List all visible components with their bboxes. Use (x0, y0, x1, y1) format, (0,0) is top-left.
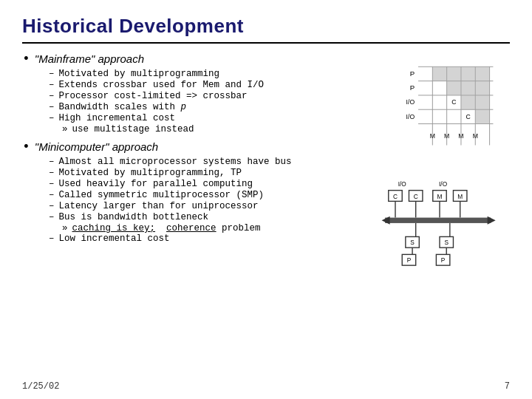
item-text: Called symmetric multiprocessor (SMP) (59, 190, 265, 200)
list-item: – Extends crossbar used for Mem and I/O (49, 80, 362, 90)
minicomputer-label: "Minicomputer" approach (35, 140, 158, 153)
list-item: – Used heavily for parallel computing (49, 179, 362, 189)
svg-text:I/O: I/O (398, 180, 407, 188)
item-text: Extends crossbar used for Mem and I/O (59, 80, 265, 90)
list-item: – Motivated by multiprogramming (49, 69, 362, 79)
slide: Historical Development • "Mainframe" app… (0, 0, 532, 399)
text-column: • "Mainframe" approach – Motivated by mu… (22, 52, 369, 267)
item-text: Latency larger than for uniprocessor (59, 201, 259, 211)
svg-text:P: P (410, 69, 415, 78)
svg-text:I/O: I/O (439, 180, 448, 188)
list-item: – High incremental cost (49, 113, 362, 123)
svg-text:M: M (457, 193, 463, 200)
list-item: » use multistage instead (62, 124, 362, 134)
svg-rect-12 (461, 95, 490, 109)
svg-text:M: M (430, 132, 435, 140)
item-text: Processor cost-limited => crossbar (59, 91, 248, 101)
svg-rect-38 (385, 218, 491, 223)
mainframe-label: "Mainframe" approach (35, 52, 144, 65)
svg-text:M: M (473, 132, 478, 140)
mainframe-sublist: – Motivated by multiprogramming – Extend… (49, 69, 362, 134)
svg-text:C: C (414, 193, 418, 200)
item-text: Motivated by multiprogramming, TP (59, 168, 242, 178)
list-item: » caching is key; coherence problem (62, 223, 362, 233)
bus-diagram: I/O I/O C C M M (377, 178, 502, 267)
svg-marker-39 (382, 216, 390, 225)
item-text: Used heavily for parallel computing (59, 179, 253, 189)
svg-text:P: P (407, 256, 412, 264)
svg-text:P: P (410, 83, 415, 92)
svg-text:C: C (393, 193, 398, 200)
content-area: • "Mainframe" approach – Motivated by mu… (22, 52, 510, 267)
svg-text:P: P (441, 256, 446, 264)
svg-text:S: S (444, 239, 449, 246)
list-item: – Bandwidth scales with p (49, 102, 362, 112)
item-text: High incremental cost (59, 113, 176, 123)
item-text: Bus is bandwidth bottleneck (59, 212, 209, 222)
footer-date: 1/25/02 (22, 381, 59, 392)
minicomputer-sublist: – Almost all microprocessor systems have… (49, 157, 362, 244)
svg-text:I/O: I/O (406, 113, 415, 120)
svg-text:C: C (466, 113, 470, 120)
crossbar-svg: P P I/O I/O C C M M M M (381, 52, 499, 156)
bus-svg: I/O I/O C C M M (377, 178, 502, 267)
list-item: – Latency larger than for uniprocessor (49, 201, 362, 211)
list-item: – Processor cost-limited => crossbar (49, 91, 362, 101)
slide-footer: 1/25/02 7 (22, 381, 510, 392)
svg-text:C: C (451, 98, 456, 106)
list-item: – Called symmetric multiprocessor (SMP) (49, 190, 362, 200)
bullet-dot-2: • (22, 140, 30, 154)
title-divider (22, 42, 510, 44)
svg-rect-11 (447, 81, 490, 95)
footer-page: 7 (505, 381, 510, 392)
list-item: – Almost all microprocessor systems have… (49, 157, 362, 167)
list-item: – Bus is bandwidth bottleneck (49, 212, 362, 222)
svg-rect-13 (475, 109, 489, 123)
diagrams-column: P P I/O I/O C C M M M M (369, 52, 510, 267)
item-text: use multistage instead (72, 124, 194, 134)
crossbar-diagram: P P I/O I/O C C M M M M (381, 52, 499, 156)
item-text: Low incremental cost (59, 233, 170, 244)
svg-rect-10 (432, 66, 489, 81)
mainframe-heading: • "Mainframe" approach (22, 52, 362, 66)
item-text: Bandwidth scales with p (59, 102, 187, 112)
item-text: Almost all microprocessor systems have b… (59, 157, 292, 167)
svg-text:M: M (444, 132, 449, 140)
minicomputer-heading: • "Minicomputer" approach (22, 140, 362, 154)
list-item: – Low incremental cost (49, 233, 362, 244)
svg-text:S: S (410, 239, 415, 246)
list-item: – Motivated by multiprogramming, TP (49, 168, 362, 178)
item-text: caching is key; coherence problem (72, 223, 261, 233)
item-text: Motivated by multiprogramming (59, 69, 220, 79)
svg-text:M: M (437, 193, 443, 200)
svg-marker-40 (488, 216, 496, 225)
slide-title: Historical Development (22, 15, 510, 38)
svg-text:M: M (458, 132, 463, 140)
svg-text:I/O: I/O (406, 98, 415, 106)
bullet-dot-1: • (22, 52, 30, 66)
